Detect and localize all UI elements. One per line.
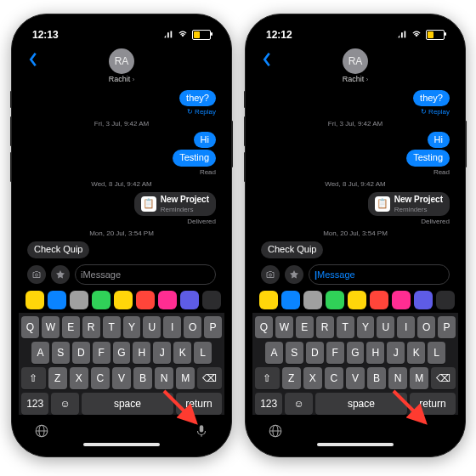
key-T[interactable]: T [337, 316, 354, 338]
message-bubble[interactable]: they? [413, 90, 450, 106]
numbers-key[interactable]: 123 [21, 393, 48, 415]
keyboard[interactable]: QWERTYUIOPASDFGHJKL⇧ZXCVBNM⌫123☺spaceret… [19, 313, 224, 415]
app-icon[interactable] [26, 291, 44, 309]
key-E[interactable]: E [296, 316, 314, 338]
return-key[interactable]: return [176, 393, 222, 415]
key-D[interactable]: D [72, 342, 90, 364]
app-icon[interactable] [70, 291, 88, 309]
key-W[interactable]: W [42, 316, 60, 338]
globe-icon[interactable] [34, 423, 49, 442]
key-A[interactable]: A [31, 342, 49, 364]
app-icon[interactable] [114, 291, 133, 309]
keyboard[interactable]: QWERTYUIOPASDFGHJKL⇧ZXCVBNM⌫123☺spaceret… [252, 313, 458, 415]
app-icon[interactable] [158, 291, 177, 309]
key-X[interactable]: X [70, 367, 88, 389]
key-J[interactable]: J [387, 342, 405, 364]
key-U[interactable]: U [143, 316, 161, 338]
message-bubble[interactable]: Testing [406, 150, 450, 166]
key-C[interactable]: C [325, 367, 343, 389]
app-icon[interactable] [202, 291, 221, 309]
contact-name[interactable]: Rachit › [343, 75, 369, 83]
key-V[interactable]: V [112, 367, 131, 389]
back-button[interactable] [261, 52, 273, 71]
key-Q[interactable]: Q [255, 316, 273, 338]
return-key[interactable]: return [410, 393, 456, 415]
key-G[interactable]: G [347, 342, 365, 364]
app-icon[interactable] [348, 291, 366, 309]
delete-key[interactable]: ⌫ [197, 367, 222, 389]
key-L[interactable]: L [428, 342, 445, 364]
key-R[interactable]: R [82, 316, 100, 338]
key-I[interactable]: I [397, 316, 415, 338]
message-field[interactable]: iMessage [75, 264, 216, 285]
replay-link[interactable]: ↻ Replay [27, 108, 216, 116]
key-Y[interactable]: Y [123, 316, 141, 338]
key-S[interactable]: S [286, 342, 303, 364]
delete-key[interactable]: ⌫ [431, 367, 456, 389]
shift-key[interactable]: ⇧ [21, 367, 46, 389]
app-icon[interactable] [180, 291, 199, 309]
app-strip[interactable] [252, 287, 458, 313]
camera-button[interactable] [27, 265, 46, 284]
key-L[interactable]: L [194, 342, 212, 364]
replay-link[interactable]: ↻ Replay [261, 108, 450, 116]
key-D[interactable]: D [306, 342, 324, 364]
key-T[interactable]: T [103, 316, 121, 338]
key-H[interactable]: H [133, 342, 150, 364]
shift-key[interactable]: ⇧ [255, 367, 280, 389]
avatar[interactable]: RA [109, 48, 134, 74]
key-I[interactable]: I [163, 316, 181, 338]
rich-message[interactable]: 📋New ProjectReminders [368, 192, 450, 217]
home-indicator[interactable] [83, 443, 160, 446]
key-A[interactable]: A [265, 342, 283, 364]
key-K[interactable]: K [407, 342, 425, 364]
key-B[interactable]: B [367, 367, 386, 389]
key-S[interactable]: S [52, 342, 70, 364]
key-H[interactable]: H [366, 342, 384, 364]
key-O[interactable]: O [417, 316, 435, 338]
app-icon[interactable] [136, 291, 155, 309]
app-icon[interactable] [370, 291, 388, 309]
space-key[interactable]: space [315, 393, 407, 415]
key-Z[interactable]: Z [282, 367, 301, 389]
app-strip[interactable] [19, 287, 224, 313]
avatar[interactable]: RA [343, 48, 368, 74]
app-icon[interactable] [414, 291, 433, 309]
rich-message[interactable]: 📋New ProjectReminders [134, 192, 216, 217]
message-bubble[interactable]: Check Quip [27, 241, 89, 258]
emoji-key[interactable]: ☺ [51, 393, 78, 415]
key-M[interactable]: M [410, 367, 428, 389]
key-R[interactable]: R [316, 316, 334, 338]
key-N[interactable]: N [388, 367, 407, 389]
key-P[interactable]: P [204, 316, 222, 338]
key-F[interactable]: F [326, 342, 344, 364]
contact-name[interactable]: Rachit › [109, 75, 135, 83]
apps-button[interactable] [285, 265, 303, 284]
app-icon[interactable] [92, 291, 110, 309]
key-W[interactable]: W [275, 316, 293, 338]
key-G[interactable]: G [113, 342, 131, 364]
globe-icon[interactable] [268, 423, 283, 442]
message-bubble[interactable]: they? [179, 90, 216, 106]
key-P[interactable]: P [438, 316, 456, 338]
message-bubble[interactable]: Testing [173, 150, 216, 166]
message-field[interactable]: |Message [309, 264, 450, 285]
message-bubble[interactable]: Check Quip [261, 241, 323, 258]
key-J[interactable]: J [153, 342, 171, 364]
key-X[interactable]: X [303, 367, 322, 389]
back-button[interactable] [27, 52, 39, 71]
app-icon[interactable] [326, 291, 344, 309]
numbers-key[interactable]: 123 [255, 393, 282, 415]
key-B[interactable]: B [133, 367, 152, 389]
key-O[interactable]: O [184, 316, 201, 338]
app-icon[interactable] [392, 291, 411, 309]
camera-button[interactable] [261, 265, 280, 284]
app-icon[interactable] [436, 291, 455, 309]
key-V[interactable]: V [346, 367, 365, 389]
key-M[interactable]: M [176, 367, 195, 389]
dictation-icon[interactable] [194, 423, 209, 442]
key-C[interactable]: C [91, 367, 110, 389]
app-icon[interactable] [281, 291, 300, 309]
key-U[interactable]: U [377, 316, 394, 338]
key-K[interactable]: K [173, 342, 191, 364]
